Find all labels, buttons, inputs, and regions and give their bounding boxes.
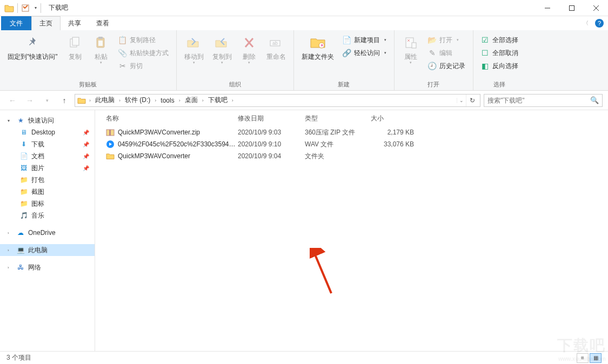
expand-icon[interactable]: › bbox=[8, 248, 13, 253]
crumb-current[interactable]: 下载吧 bbox=[206, 95, 230, 106]
tree-item-desktop[interactable]: 🖥Desktop📌 bbox=[0, 126, 95, 138]
search-input[interactable] bbox=[487, 97, 590, 104]
expand-icon[interactable]: › bbox=[8, 231, 13, 235]
copy-button[interactable]: 复制 bbox=[62, 32, 88, 79]
pin-quick-access-button[interactable]: 固定到"快速访问" bbox=[3, 32, 62, 79]
chevron-right-icon[interactable]: › bbox=[177, 98, 183, 103]
address-bar[interactable]: › 此电脑› 软件 (D:)› tools› 桌面› 下载吧› ⌄ ↻ bbox=[75, 94, 480, 107]
ribbon-group-open: 属性▾ 📂打开▾ ✎编辑 🕘历史记录 打开 bbox=[395, 30, 473, 90]
select-none-icon: ☐ bbox=[481, 49, 490, 57]
tab-view[interactable]: 查看 bbox=[89, 16, 117, 30]
refresh-button[interactable]: ↻ bbox=[466, 95, 478, 106]
view-icons-button[interactable]: ▦ bbox=[590, 353, 602, 363]
shortcut-icon: 📎 bbox=[118, 49, 127, 57]
expand-icon[interactable]: ▾ bbox=[8, 118, 13, 123]
tree-label: 网络 bbox=[28, 263, 41, 272]
tab-home[interactable]: 主页 bbox=[31, 16, 61, 30]
crumb-desktop[interactable]: 桌面 bbox=[183, 95, 200, 106]
col-type[interactable]: 类型 bbox=[305, 114, 371, 123]
tree-item-downloads[interactable]: ⬇下载📌 bbox=[0, 138, 95, 150]
open-button[interactable]: 📂打开▾ bbox=[426, 34, 467, 46]
address-dropdown-icon[interactable]: ⌄ bbox=[457, 98, 466, 103]
paste-button[interactable]: 粘贴 ▾ bbox=[88, 32, 114, 79]
file-row[interactable]: QuickMP3WAVConverter.zip 2020/10/9 9:03 … bbox=[95, 126, 608, 138]
crumb-drive[interactable]: 软件 (D:) bbox=[123, 95, 152, 106]
tree-item-screenshot[interactable]: 📁截图 bbox=[0, 186, 95, 198]
history-label: 历史记录 bbox=[439, 62, 465, 71]
copy-path-button[interactable]: 📋复制路径 bbox=[116, 34, 171, 46]
documents-icon: 📄 bbox=[19, 152, 28, 160]
nav-tree: ▾★快速访问 🖥Desktop📌 ⬇下载📌 📄文档📌 🖼图片📌 📁打包 📁截图 … bbox=[0, 110, 95, 351]
back-button[interactable]: ← bbox=[5, 93, 19, 107]
edit-label: 编辑 bbox=[439, 49, 452, 58]
tab-share[interactable]: 共享 bbox=[61, 16, 89, 30]
new-item-button[interactable]: 📄新建项目▾ bbox=[340, 34, 389, 46]
tree-label: 音乐 bbox=[31, 211, 44, 220]
search-box[interactable]: 🔍 bbox=[484, 94, 603, 107]
tree-item-icons[interactable]: 📁图标 bbox=[0, 198, 95, 210]
tree-this-pc[interactable]: ›💻此电脑 bbox=[0, 244, 95, 256]
file-row[interactable]: 0459%2F045c%2F520c%2F330c35947... 2020/1… bbox=[95, 138, 608, 150]
chevron-right-icon[interactable]: › bbox=[200, 98, 206, 103]
tree-item-documents[interactable]: 📄文档📌 bbox=[0, 150, 95, 162]
tree-label: 快速访问 bbox=[28, 116, 54, 125]
minimize-button[interactable] bbox=[535, 0, 559, 16]
invert-button[interactable]: ◧反向选择 bbox=[479, 60, 520, 72]
help-icon[interactable]: ? bbox=[595, 19, 604, 28]
select-all-button[interactable]: ☑全部选择 bbox=[479, 34, 520, 46]
column-headers: 名称 修改日期 类型 大小 bbox=[95, 110, 608, 126]
file-name: 0459%2F045c%2F520c%2F330c35947... bbox=[118, 140, 238, 148]
cut-button[interactable]: ✂剪切 bbox=[116, 60, 171, 72]
new-folder-button[interactable]: ✦ 新建文件夹 bbox=[297, 32, 338, 79]
window-title: 下载吧 bbox=[49, 3, 535, 12]
folder-icon: 📁 bbox=[19, 187, 28, 196]
col-date[interactable]: 修改日期 bbox=[238, 114, 305, 123]
qat-dropdown-icon[interactable]: ▾ bbox=[33, 5, 38, 10]
tree-network[interactable]: ›🖧网络 bbox=[0, 261, 95, 273]
rename-button[interactable]: ab 重命名 bbox=[262, 32, 290, 79]
col-size[interactable]: 大小 bbox=[371, 114, 425, 123]
chevron-right-icon[interactable]: › bbox=[152, 98, 158, 103]
properties-button[interactable]: 属性▾ bbox=[398, 32, 424, 79]
tree-item-pack[interactable]: 📁打包 bbox=[0, 174, 95, 186]
delete-button[interactable]: 删除▾ bbox=[236, 32, 262, 79]
tree-item-pictures[interactable]: 🖼图片📌 bbox=[0, 162, 95, 174]
select-none-button[interactable]: ☐全部取消 bbox=[479, 47, 520, 59]
col-name[interactable]: 名称 bbox=[95, 114, 238, 123]
search-icon[interactable]: 🔍 bbox=[590, 96, 599, 104]
recent-dropdown[interactable]: ▾ bbox=[40, 93, 54, 107]
easy-access-label: 轻松访问 bbox=[354, 49, 380, 58]
expand-icon[interactable]: › bbox=[8, 265, 13, 270]
copy-to-button[interactable]: 复制到▾ bbox=[208, 32, 236, 79]
move-to-button[interactable]: 移动到▾ bbox=[180, 32, 208, 79]
easy-access-button[interactable]: 🔗轻松访问▾ bbox=[340, 47, 389, 59]
file-type: WAV 文件 bbox=[305, 140, 371, 149]
chevron-right-icon[interactable]: › bbox=[87, 98, 93, 103]
tree-onedrive[interactable]: ›☁OneDrive bbox=[0, 227, 95, 239]
edit-button[interactable]: ✎编辑 bbox=[426, 47, 467, 59]
tree-quick-access[interactable]: ▾★快速访问 bbox=[0, 114, 95, 126]
tree-item-music[interactable]: 🎵音乐 bbox=[0, 210, 95, 221]
view-details-button[interactable]: ≡ bbox=[577, 353, 589, 363]
ribbon-collapse-icon[interactable]: 〈 bbox=[583, 19, 589, 27]
path-icon: 📋 bbox=[118, 36, 127, 44]
svg-text:ab: ab bbox=[272, 41, 278, 46]
crumb-this-pc[interactable]: 此电脑 bbox=[93, 95, 117, 106]
up-button[interactable]: ↑ bbox=[57, 93, 71, 107]
file-row[interactable]: QuickMP3WAVConverter 2020/10/9 9:04 文件夹 bbox=[95, 150, 608, 162]
chevron-right-icon[interactable]: › bbox=[117, 98, 123, 103]
open-icon: 📂 bbox=[428, 36, 437, 44]
paste-shortcut-button[interactable]: 📎粘贴快捷方式 bbox=[116, 47, 171, 59]
crumb-tools[interactable]: tools bbox=[158, 95, 176, 106]
forward-button[interactable]: → bbox=[23, 93, 37, 107]
file-type: 360压缩 ZIP 文件 bbox=[305, 128, 371, 137]
pc-icon: 💻 bbox=[16, 246, 25, 254]
qat-properties-icon[interactable] bbox=[20, 3, 31, 14]
tab-file[interactable]: 文件 bbox=[1, 16, 31, 30]
copy-to-label: 复制到 bbox=[212, 53, 232, 60]
maximize-button[interactable] bbox=[559, 0, 584, 16]
close-button[interactable] bbox=[584, 0, 608, 16]
chevron-right-icon[interactable]: › bbox=[230, 98, 236, 103]
history-button[interactable]: 🕘历史记录 bbox=[426, 60, 467, 72]
zip-icon bbox=[106, 128, 115, 137]
